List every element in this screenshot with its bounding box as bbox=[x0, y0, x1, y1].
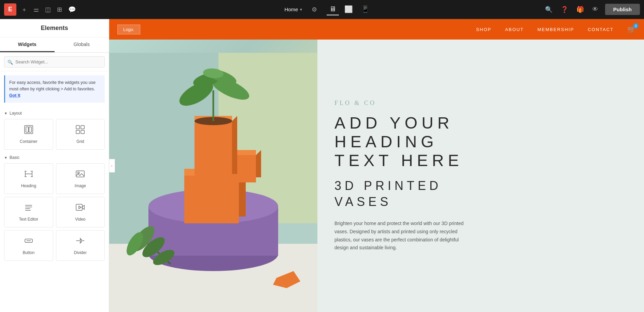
got-it-link[interactable]: Got It bbox=[9, 93, 20, 98]
hero-image bbox=[109, 40, 317, 312]
preview-icon[interactable]: 👁 bbox=[591, 4, 600, 14]
svg-marker-27 bbox=[80, 242, 82, 243]
widget-video-label: Video bbox=[75, 217, 85, 222]
tab-globals[interactable]: Globals bbox=[55, 38, 109, 52]
svg-rect-5 bbox=[76, 130, 80, 134]
notifications-icon[interactable]: 🎁 bbox=[575, 4, 585, 15]
basic-widget-grid: Heading Image bbox=[4, 163, 105, 261]
svg-rect-41 bbox=[195, 121, 232, 176]
basic-section-title: ▼ Basic bbox=[4, 155, 105, 160]
widget-grid-label: Grid bbox=[76, 139, 84, 144]
widget-image[interactable]: Image bbox=[56, 163, 105, 194]
widget-grid[interactable]: Grid bbox=[56, 119, 105, 150]
toolbar-left: E ＋ ⚌ ◫ ⊞ 💬 bbox=[4, 3, 113, 16]
hero-text-side: FLO & CO ADD YOURHEADINGTEXT HERE 3D PRI… bbox=[317, 40, 644, 312]
publish-button[interactable]: Publish bbox=[605, 4, 640, 15]
widget-text-editor[interactable]: Text Editor bbox=[4, 197, 53, 227]
brand-name: FLO & CO bbox=[334, 100, 627, 107]
layers-icon[interactable]: ◫ bbox=[44, 4, 52, 15]
mobile-icon[interactable]: 📱 bbox=[358, 4, 372, 15]
page-name: Home bbox=[284, 6, 298, 12]
chevron-icon-basic: ▼ bbox=[4, 156, 8, 160]
cart-badge: 0 bbox=[633, 23, 639, 29]
search-toolbar-icon[interactable]: 🔍 bbox=[544, 4, 554, 15]
nav-membership[interactable]: MEMBERSHIP bbox=[538, 27, 574, 32]
widget-text-editor-label: Text Editor bbox=[19, 217, 38, 222]
layout-widget-grid: Container Grid bbox=[4, 119, 105, 150]
hero-description: Brighten your home and protect the world… bbox=[334, 220, 464, 252]
svg-rect-3 bbox=[76, 125, 80, 129]
widget-divider[interactable]: Divider bbox=[56, 230, 105, 261]
video-icon bbox=[75, 203, 85, 214]
svg-marker-26 bbox=[80, 238, 82, 240]
main-layout: Elements Widgets Globals 🔍 For easy acce… bbox=[0, 19, 644, 312]
hero-section: FLO & CO ADD YOURHEADINGTEXT HERE 3D PRI… bbox=[109, 40, 644, 312]
search-input[interactable] bbox=[4, 56, 105, 68]
website-preview: Logo. SHOP ABOUT MEMBERSHIP CONTACT 🛒 0 bbox=[109, 19, 644, 312]
svg-rect-4 bbox=[81, 125, 84, 129]
nav-about[interactable]: ABOUT bbox=[505, 27, 524, 32]
widget-button[interactable]: Button bbox=[4, 230, 53, 261]
hero-subheading: 3D PRINTEDVASES bbox=[334, 178, 627, 210]
panel-collapse-button[interactable]: ‹ bbox=[109, 159, 115, 173]
widget-button-label: Button bbox=[23, 250, 34, 255]
widget-container-label: Container bbox=[20, 139, 38, 144]
svg-point-15 bbox=[78, 172, 80, 174]
widget-divider-label: Divider bbox=[74, 250, 87, 255]
search-bar: 🔍 bbox=[0, 53, 109, 71]
heading-icon bbox=[24, 169, 33, 181]
comments-icon[interactable]: 💬 bbox=[67, 4, 77, 15]
widget-image-label: Image bbox=[75, 183, 86, 188]
chevron-down-icon: ▾ bbox=[300, 7, 302, 12]
device-switcher: 🖥 ⬜ 📱 bbox=[327, 4, 372, 15]
svg-rect-14 bbox=[76, 171, 84, 177]
nav-links: SHOP ABOUT MEMBERSHIP CONTACT 🛒 0 bbox=[476, 25, 636, 33]
widgets-content: ▼ Layout Container bbox=[0, 107, 109, 312]
svg-marker-43 bbox=[232, 116, 237, 174]
nav-shop[interactable]: SHOP bbox=[476, 27, 491, 32]
container-icon bbox=[24, 125, 33, 136]
desktop-icon[interactable]: 🖥 bbox=[327, 4, 339, 15]
button-icon bbox=[24, 236, 33, 248]
svg-rect-35 bbox=[184, 176, 239, 223]
svg-marker-22 bbox=[79, 206, 81, 209]
add-icon[interactable]: ＋ bbox=[20, 4, 29, 15]
plant-illustration bbox=[109, 53, 317, 312]
toolbar-center: Home ▾ ⚙ 🖥 ⬜ 📱 bbox=[113, 4, 544, 15]
elements-panel: Elements Widgets Globals 🔍 For easy acce… bbox=[0, 19, 109, 312]
page-selector[interactable]: Home ▾ bbox=[284, 6, 302, 12]
top-toolbar: E ＋ ⚌ ◫ ⊞ 💬 Home ▾ ⚙ 🖥 ⬜ 📱 🔍 ❓ 🎁 👁 Publi… bbox=[0, 0, 644, 19]
text-editor-icon bbox=[24, 203, 33, 214]
svg-marker-21 bbox=[82, 205, 84, 209]
tab-widgets[interactable]: Widgets bbox=[0, 38, 55, 52]
templates-icon[interactable]: ⊞ bbox=[56, 4, 63, 15]
layout-section-title: ▼ Layout bbox=[4, 111, 105, 116]
page-settings-icon[interactable]: ⚙ bbox=[310, 4, 318, 15]
nav-contact[interactable]: CONTACT bbox=[588, 27, 614, 32]
divider-icon bbox=[75, 236, 85, 248]
hint-text: For easy access, favorite the widgets yo… bbox=[9, 80, 96, 91]
svg-rect-2 bbox=[29, 127, 31, 132]
image-icon bbox=[75, 169, 85, 181]
site-navigation: Logo. SHOP ABOUT MEMBERSHIP CONTACT 🛒 0 bbox=[109, 19, 644, 40]
widget-heading[interactable]: Heading bbox=[4, 163, 53, 194]
settings-icon[interactable]: ⚌ bbox=[32, 4, 40, 15]
toolbar-right: 🔍 ❓ 🎁 👁 Publish bbox=[544, 4, 640, 15]
hint-box: For easy access, favorite the widgets yo… bbox=[4, 75, 105, 103]
svg-rect-1 bbox=[26, 127, 28, 132]
chevron-icon: ▼ bbox=[4, 112, 8, 115]
help-icon[interactable]: ❓ bbox=[559, 4, 570, 15]
widget-heading-label: Heading bbox=[21, 183, 36, 188]
widget-container[interactable]: Container bbox=[4, 119, 53, 150]
tablet-icon[interactable]: ⬜ bbox=[342, 4, 356, 15]
search-icon: 🔍 bbox=[8, 59, 13, 64]
widget-video[interactable]: Video bbox=[56, 197, 105, 227]
elementor-logo[interactable]: E bbox=[4, 3, 16, 16]
grid-icon bbox=[75, 125, 85, 136]
panel-title: Elements bbox=[0, 19, 109, 38]
svg-rect-6 bbox=[81, 130, 84, 134]
cart-icon[interactable]: 🛒 0 bbox=[627, 25, 636, 33]
panel-tabs: Widgets Globals bbox=[0, 38, 109, 53]
hero-heading: ADD YOURHEADINGTEXT HERE bbox=[334, 114, 627, 170]
hero-background bbox=[109, 40, 317, 312]
